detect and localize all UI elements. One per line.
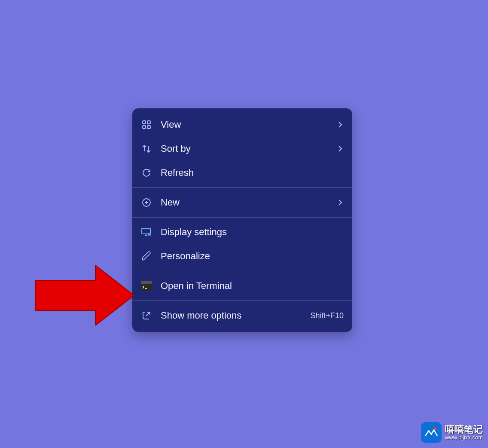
menu-item-shortcut: Shift+F10 bbox=[310, 311, 344, 320]
menu-item-refresh[interactable]: Refresh bbox=[132, 161, 352, 185]
watermark: 嘻嘻笔记 www.bijixx.com bbox=[421, 422, 483, 443]
plus-circle-icon bbox=[140, 196, 153, 209]
menu-item-label: View bbox=[161, 119, 332, 130]
terminal-icon bbox=[140, 279, 153, 292]
chevron-right-icon bbox=[337, 121, 344, 128]
menu-item-label: Personalize bbox=[161, 251, 344, 262]
menu-item-sort-by[interactable]: Sort by bbox=[132, 137, 352, 161]
menu-item-label: Open in Terminal bbox=[161, 280, 344, 292]
menu-item-label: Sort by bbox=[161, 143, 332, 154]
menu-item-label: Display settings bbox=[161, 227, 344, 238]
menu-item-label: New bbox=[161, 197, 332, 208]
menu-item-open-terminal[interactable]: Open in Terminal bbox=[132, 274, 352, 298]
refresh-icon bbox=[140, 166, 153, 179]
menu-item-display-settings[interactable]: Display settings bbox=[132, 220, 352, 244]
watermark-title: 嘻嘻笔记 bbox=[445, 424, 483, 435]
menu-divider bbox=[132, 217, 352, 218]
svg-rect-10 bbox=[424, 425, 439, 440]
menu-item-new[interactable]: New bbox=[132, 190, 352, 215]
chevron-right-icon bbox=[337, 145, 344, 152]
svg-point-6 bbox=[148, 233, 151, 236]
menu-item-label: Refresh bbox=[161, 167, 344, 178]
svg-marker-9 bbox=[35, 265, 134, 325]
menu-divider bbox=[132, 271, 352, 271]
watermark-logo-icon bbox=[421, 422, 442, 443]
menu-divider bbox=[132, 187, 352, 188]
menu-item-show-more-options[interactable]: Show more options Shift+F10 bbox=[132, 304, 352, 328]
chevron-right-icon bbox=[337, 199, 344, 206]
menu-item-label: Show more options bbox=[161, 310, 306, 321]
svg-point-11 bbox=[434, 427, 436, 430]
expand-icon bbox=[140, 309, 153, 322]
watermark-url: www.bijixx.com bbox=[445, 435, 483, 441]
svg-rect-1 bbox=[147, 121, 150, 124]
svg-rect-3 bbox=[147, 126, 150, 129]
desktop-context-menu: View Sort by Refresh bbox=[132, 108, 352, 332]
svg-rect-8 bbox=[141, 281, 152, 284]
menu-item-personalize[interactable]: Personalize bbox=[132, 244, 352, 268]
display-settings-icon bbox=[140, 226, 153, 239]
grid-icon bbox=[140, 118, 153, 131]
menu-divider bbox=[132, 301, 352, 301]
watermark-text: 嘻嘻笔记 www.bijixx.com bbox=[445, 424, 483, 441]
menu-item-view[interactable]: View bbox=[132, 113, 352, 137]
pen-icon bbox=[140, 250, 153, 263]
svg-rect-0 bbox=[143, 121, 146, 124]
svg-rect-2 bbox=[143, 126, 146, 129]
sort-icon bbox=[140, 142, 153, 155]
red-arrow-annotation bbox=[35, 265, 134, 327]
